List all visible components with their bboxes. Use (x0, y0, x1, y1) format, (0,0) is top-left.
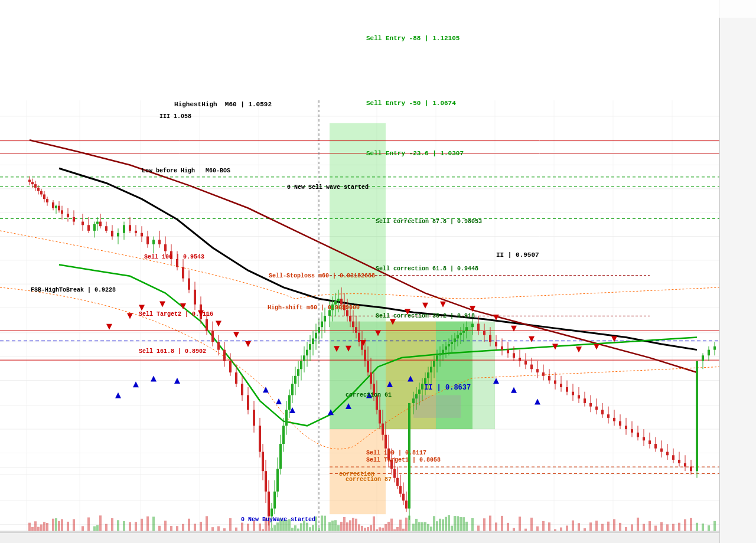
chart-container (0, 0, 756, 543)
chart-canvas (0, 0, 756, 543)
price-scale (719, 0, 756, 543)
time-axis (0, 532, 719, 543)
